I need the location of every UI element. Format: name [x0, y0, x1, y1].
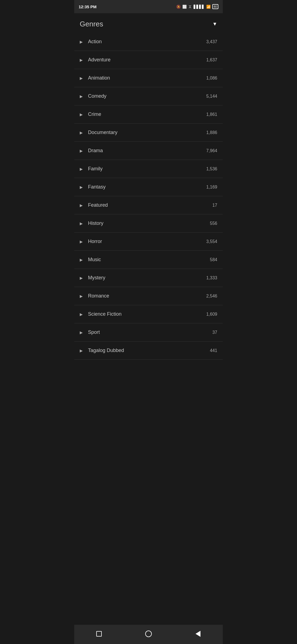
genre-item[interactable]: ▶Music584 [74, 251, 223, 269]
genre-item[interactable]: ▶History556 [74, 214, 223, 233]
genre-item[interactable]: ▶Fantasy1,169 [74, 178, 223, 196]
bluetooth-icon: ⯰ [188, 5, 192, 9]
battery-icon: 80 [212, 4, 218, 9]
genre-count: 1,609 [206, 312, 217, 317]
genre-name: Comedy [88, 93, 106, 99]
genre-item[interactable]: ▶Featured17 [74, 196, 223, 214]
genre-count: 1,536 [206, 167, 217, 171]
genre-item[interactable]: ▶Animation1,086 [74, 69, 223, 87]
genre-count: 1,169 [206, 185, 217, 190]
genre-item-left: ▶Science Fiction [80, 311, 122, 317]
genre-item[interactable]: ▶Comedy5,144 [74, 87, 223, 105]
mute-icon: 🔕 [176, 5, 181, 9]
recents-button[interactable] [92, 628, 106, 639]
signal-icon: ▋▋▋▋ [194, 5, 205, 9]
genre-count: 3,554 [206, 239, 217, 244]
genre-count: 5,144 [206, 94, 217, 99]
genre-name: Crime [88, 111, 101, 117]
chevron-right-icon: ▶ [80, 112, 84, 117]
genre-item[interactable]: ▶Drama7,964 [74, 142, 223, 160]
genre-count: 556 [210, 221, 217, 226]
chevron-right-icon: ▶ [80, 258, 84, 262]
genre-item[interactable]: ▶Horror3,554 [74, 233, 223, 251]
chevron-right-icon: ▶ [80, 312, 84, 316]
chevron-right-icon: ▶ [80, 239, 84, 244]
genre-name: Horror [88, 239, 102, 244]
genre-item[interactable]: ▶Family1,536 [74, 160, 223, 178]
genre-name: Action [88, 39, 102, 45]
status-icons: 🔕 ⬜ ⯰ ▋▋▋▋ 📶 80 [176, 4, 218, 9]
genre-name: Mystery [88, 275, 105, 281]
wifi-icon: 📶 [206, 5, 211, 9]
genre-count: 2,546 [206, 294, 217, 299]
genre-name: Documentary [88, 130, 117, 135]
genre-item-left: ▶Drama [80, 148, 103, 154]
genres-header[interactable]: Genres ▼ [74, 13, 223, 33]
genre-item-left: ▶Fantasy [80, 184, 106, 190]
genre-item[interactable]: ▶Crime1,861 [74, 105, 223, 124]
genre-item[interactable]: ▶Sport37 [74, 323, 223, 342]
chevron-right-icon: ▶ [80, 167, 84, 171]
genre-count: 1,086 [206, 76, 217, 81]
recents-icon [96, 631, 102, 637]
chevron-right-icon: ▶ [80, 185, 84, 189]
status-time: 12:35 PM [79, 4, 97, 9]
genre-count: 1,637 [206, 58, 217, 62]
genre-name: Animation [88, 75, 110, 81]
genre-count: 37 [212, 330, 217, 335]
genre-name: Family [88, 166, 103, 172]
chevron-right-icon: ▶ [80, 330, 84, 335]
genre-item-left: ▶Animation [80, 75, 110, 81]
genre-count: 3,437 [206, 39, 217, 44]
genre-list: ▶Action3,437▶Adventure1,637▶Animation1,0… [74, 33, 223, 625]
genre-item-left: ▶Music [80, 257, 101, 263]
genre-name: Romance [88, 293, 109, 299]
genre-item-left: ▶Romance [80, 293, 109, 299]
genre-item[interactable]: ▶Mystery1,333 [74, 269, 223, 287]
chevron-right-icon: ▶ [80, 58, 84, 62]
nav-bar [74, 625, 223, 644]
back-button[interactable] [191, 628, 205, 639]
genre-count: 7,964 [206, 148, 217, 153]
home-icon [145, 631, 152, 637]
chevron-right-icon: ▶ [80, 149, 84, 153]
genre-count: 584 [210, 257, 217, 262]
genre-count: 1,861 [206, 112, 217, 117]
genre-item-left: ▶Mystery [80, 275, 105, 281]
genre-name: Fantasy [88, 184, 106, 190]
genre-count: 441 [210, 348, 217, 353]
genre-item[interactable]: ▶Action3,437 [74, 33, 223, 51]
chevron-right-icon: ▶ [80, 276, 84, 280]
chevron-right-icon: ▶ [80, 94, 84, 99]
genre-item-left: ▶Documentary [80, 130, 117, 135]
genre-item-left: ▶Tagalog Dubbed [80, 348, 124, 353]
genre-item-left: ▶Comedy [80, 93, 106, 99]
genre-count: 1,333 [206, 275, 217, 280]
genre-item[interactable]: ▶Romance2,546 [74, 287, 223, 305]
genre-name: Sport [88, 329, 100, 335]
home-button[interactable] [142, 628, 155, 639]
genre-name: History [88, 220, 103, 226]
genre-item[interactable]: ▶Science Fiction1,609 [74, 305, 223, 323]
chevron-right-icon: ▶ [80, 221, 84, 226]
genre-name: Science Fiction [88, 311, 122, 317]
genre-name: Tagalog Dubbed [88, 348, 124, 353]
screen-icon: ⬜ [182, 5, 187, 9]
chevron-right-icon: ▶ [80, 40, 84, 44]
genre-item-left: ▶Action [80, 39, 102, 45]
genre-item-left: ▶Featured [80, 202, 108, 208]
genre-item-left: ▶History [80, 220, 103, 226]
genre-item-left: ▶Family [80, 166, 103, 172]
genre-item[interactable]: ▶Tagalog Dubbed441 [74, 342, 223, 360]
genre-item[interactable]: ▶Documentary1,886 [74, 124, 223, 142]
chevron-right-icon: ▶ [80, 203, 84, 208]
genre-item-left: ▶Sport [80, 329, 100, 335]
genre-name: Featured [88, 202, 108, 208]
genre-item-left: ▶Horror [80, 239, 102, 244]
genre-item[interactable]: ▶Adventure1,637 [74, 51, 223, 69]
page-title: Genres [80, 20, 103, 28]
genre-name: Adventure [88, 57, 111, 63]
genre-count: 17 [212, 203, 217, 208]
chevron-down-icon[interactable]: ▼ [212, 21, 217, 27]
genre-item-left: ▶Adventure [80, 57, 111, 63]
